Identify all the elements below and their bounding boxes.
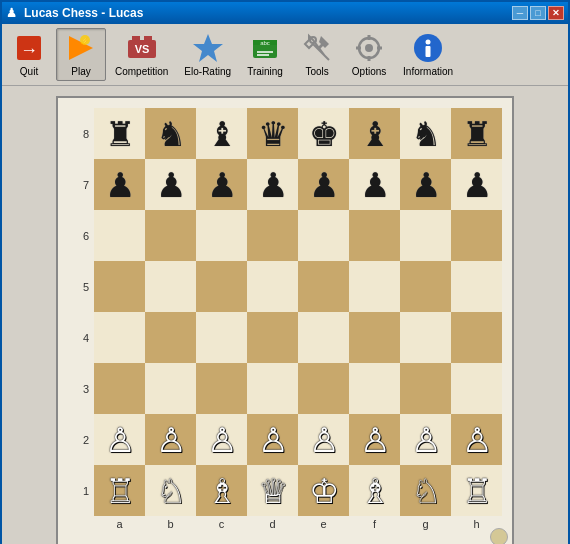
training-button[interactable]: abc Training <box>240 28 290 81</box>
square-e4[interactable] <box>298 312 349 363</box>
square-b2[interactable]: ♙ <box>145 414 196 465</box>
piece-wp-d2: ♙ <box>258 423 288 457</box>
square-d5[interactable] <box>247 261 298 312</box>
square-g7[interactable]: ♟ <box>400 159 451 210</box>
square-b3[interactable] <box>145 363 196 414</box>
square-g5[interactable] <box>400 261 451 312</box>
square-h7[interactable]: ♟ <box>451 159 502 210</box>
square-c2[interactable]: ♙ <box>196 414 247 465</box>
square-e7[interactable]: ♟ <box>298 159 349 210</box>
square-b7[interactable]: ♟ <box>145 159 196 210</box>
piece-wk-e1: ♔ <box>309 474 339 508</box>
piece-wq-d1: ♕ <box>258 474 288 508</box>
square-h6[interactable] <box>451 210 502 261</box>
rank-5-row: 5 <box>78 261 502 312</box>
square-d2[interactable]: ♙ <box>247 414 298 465</box>
tools-label: Tools <box>305 66 328 77</box>
square-c7[interactable]: ♟ <box>196 159 247 210</box>
square-g3[interactable] <box>400 363 451 414</box>
square-a7[interactable]: ♟ <box>94 159 145 210</box>
app-icon: ♟ <box>6 6 20 20</box>
square-f1[interactable]: ♗ <box>349 465 400 516</box>
square-b4[interactable] <box>145 312 196 363</box>
square-e5[interactable] <box>298 261 349 312</box>
close-button[interactable]: ✕ <box>548 6 564 20</box>
square-f8[interactable]: ♝ <box>349 108 400 159</box>
file-a: a <box>94 518 145 530</box>
square-h3[interactable] <box>451 363 502 414</box>
piece-bn-b8: ♞ <box>156 117 186 151</box>
square-e3[interactable] <box>298 363 349 414</box>
play-button[interactable]: ⚡ Play <box>56 28 106 81</box>
elo-rating-button[interactable]: Elo-Rating <box>177 28 238 81</box>
square-h5[interactable] <box>451 261 502 312</box>
square-f4[interactable] <box>349 312 400 363</box>
square-c4[interactable] <box>196 312 247 363</box>
piece-bb-c8: ♝ <box>207 117 237 151</box>
tools-button[interactable]: Tools <box>292 28 342 81</box>
square-e2[interactable]: ♙ <box>298 414 349 465</box>
information-label: Information <box>403 66 453 77</box>
square-f2[interactable]: ♙ <box>349 414 400 465</box>
piece-bq-d8: ♛ <box>258 117 288 151</box>
square-d1[interactable]: ♕ <box>247 465 298 516</box>
options-button[interactable]: Options <box>344 28 394 81</box>
options-icon <box>353 32 385 64</box>
square-d8[interactable]: ♛ <box>247 108 298 159</box>
square-a6[interactable] <box>94 210 145 261</box>
square-g2[interactable]: ♙ <box>400 414 451 465</box>
square-a5[interactable] <box>94 261 145 312</box>
square-f7[interactable]: ♟ <box>349 159 400 210</box>
maximize-button[interactable]: □ <box>530 6 546 20</box>
square-b1[interactable]: ♘ <box>145 465 196 516</box>
square-a3[interactable] <box>94 363 145 414</box>
square-g1[interactable]: ♘ <box>400 465 451 516</box>
chess-board-area: 8♜♞♝♛♚♝♞♜7♟♟♟♟♟♟♟♟65432♙♙♙♙♙♙♙♙1♖♘♗♕♔♗♘♖ <box>78 108 502 516</box>
rank-label-3: 3 <box>78 383 94 395</box>
square-c5[interactable] <box>196 261 247 312</box>
square-b5[interactable] <box>145 261 196 312</box>
piece-bp-f7: ♟ <box>360 168 390 202</box>
svg-text:VS: VS <box>134 43 149 55</box>
square-a2[interactable]: ♙ <box>94 414 145 465</box>
square-g8[interactable]: ♞ <box>400 108 451 159</box>
square-c3[interactable] <box>196 363 247 414</box>
rank-label-8: 8 <box>78 128 94 140</box>
piece-bp-e7: ♟ <box>309 168 339 202</box>
square-f3[interactable] <box>349 363 400 414</box>
square-d6[interactable] <box>247 210 298 261</box>
elo-icon <box>192 32 224 64</box>
quit-button[interactable]: → Quit <box>4 28 54 81</box>
square-d7[interactable]: ♟ <box>247 159 298 210</box>
square-b6[interactable] <box>145 210 196 261</box>
square-h4[interactable] <box>451 312 502 363</box>
square-a4[interactable] <box>94 312 145 363</box>
square-h8[interactable]: ♜ <box>451 108 502 159</box>
square-e8[interactable]: ♚ <box>298 108 349 159</box>
information-button[interactable]: Information <box>396 28 460 81</box>
square-c6[interactable] <box>196 210 247 261</box>
square-a1[interactable]: ♖ <box>94 465 145 516</box>
square-f6[interactable] <box>349 210 400 261</box>
square-g6[interactable] <box>400 210 451 261</box>
rank-label-4: 4 <box>78 332 94 344</box>
corner-decoration <box>490 528 508 544</box>
square-g4[interactable] <box>400 312 451 363</box>
square-a8[interactable]: ♜ <box>94 108 145 159</box>
square-h1[interactable]: ♖ <box>451 465 502 516</box>
competition-button[interactable]: VS Competition <box>108 28 175 81</box>
minimize-button[interactable]: ─ <box>512 6 528 20</box>
square-e6[interactable] <box>298 210 349 261</box>
square-b8[interactable]: ♞ <box>145 108 196 159</box>
square-c8[interactable]: ♝ <box>196 108 247 159</box>
square-c1[interactable]: ♗ <box>196 465 247 516</box>
square-e1[interactable]: ♔ <box>298 465 349 516</box>
rank-6-row: 6 <box>78 210 502 261</box>
quit-label: Quit <box>20 66 38 77</box>
square-d4[interactable] <box>247 312 298 363</box>
file-d: d <box>247 518 298 530</box>
square-d3[interactable] <box>247 363 298 414</box>
square-f5[interactable] <box>349 261 400 312</box>
square-h2[interactable]: ♙ <box>451 414 502 465</box>
svg-rect-24 <box>426 46 431 57</box>
